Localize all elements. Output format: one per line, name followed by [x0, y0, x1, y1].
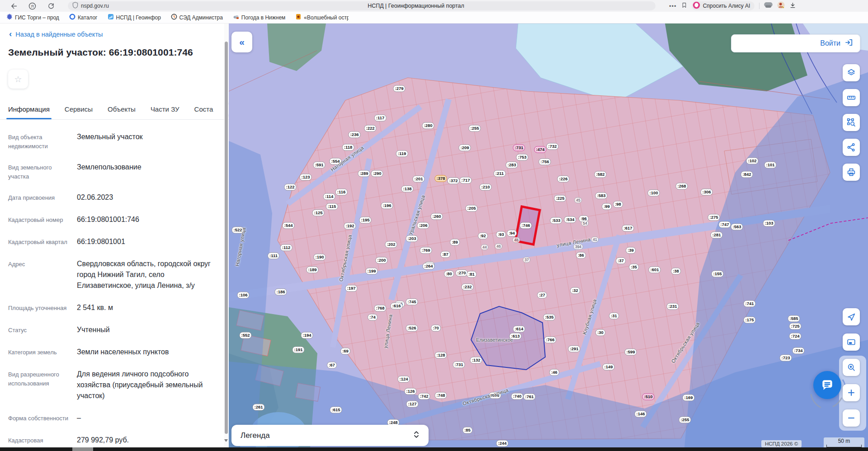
bookmark-item[interactable]: Каталог [69, 14, 98, 21]
parcel-label[interactable]: :614 [513, 326, 525, 333]
parcel-label[interactable]: :125 [312, 210, 324, 216]
parcel-label[interactable]: :123 [299, 174, 311, 181]
parcel-label[interactable]: 41 [591, 237, 599, 243]
parcel-label[interactable]: :613 [509, 333, 521, 340]
map-control-share[interactable] [843, 139, 860, 156]
parcel-label[interactable]: :725 [789, 323, 801, 330]
parcel-label[interactable]: :601 [648, 267, 660, 273]
parcel-label[interactable]: :122 [284, 184, 296, 191]
bookmark-item[interactable]: СЭД Администра [171, 14, 223, 21]
parcel-label[interactable]: :119 [396, 150, 408, 157]
parcel-label[interactable]: :740 [511, 393, 523, 400]
parcel-label[interactable]: :201 [412, 176, 425, 183]
parcel-label[interactable]: :127 [406, 401, 418, 408]
map-control-zoom-in[interactable] [843, 384, 860, 401]
map-control-zoom-out[interactable] [843, 409, 860, 427]
parcel-label[interactable]: :99 [602, 203, 612, 210]
bookmark-flag-icon[interactable] [681, 2, 687, 10]
parcel-label[interactable]: :94 [507, 230, 517, 237]
parcel-label[interactable]: :116 [335, 189, 348, 196]
panel-scroll-down-icon[interactable] [224, 439, 228, 442]
favorite-button[interactable]: ☆ [8, 70, 28, 89]
parcel-label[interactable]: :111 [268, 253, 279, 259]
parcel-label[interactable]: :544 [282, 222, 294, 229]
parcel-label[interactable]: :731 [453, 362, 465, 368]
parcel-label[interactable]: :189 [306, 267, 318, 273]
parcel-label[interactable]: :31 [609, 313, 619, 319]
parcel-label[interactable]: :222 [364, 125, 376, 132]
parcel-label[interactable]: :106 [237, 292, 249, 299]
parcel-label[interactable]: :280 [422, 122, 434, 129]
parcel-label[interactable]: :260 [430, 213, 443, 220]
bookmark-item[interactable]: «Волшебный остр [295, 14, 349, 21]
parcel-label[interactable]: :225 [554, 195, 566, 202]
parcel-label[interactable]: :186 [274, 289, 287, 296]
parcel-label[interactable]: :231 [666, 303, 679, 310]
parcel-label[interactable]: :197 [345, 285, 357, 292]
parcel-label[interactable]: :203 [406, 235, 418, 242]
parcel-label[interactable]: :101 [764, 162, 776, 169]
parcel-label[interactable]: :583 [595, 193, 607, 199]
url-text[interactable]: nspd.gov.ru [81, 3, 109, 9]
parcel-label[interactable]: :194 [301, 332, 313, 339]
download-icon[interactable] [789, 2, 796, 10]
parcel-label[interactable]: :115 [326, 203, 338, 210]
parcel-label[interactable]: :255 [468, 125, 481, 132]
parcel-label[interactable]: :74 [368, 314, 377, 321]
parcel-label[interactable]: :585 [788, 315, 800, 322]
map-control-area-search[interactable] [843, 114, 860, 131]
parcel-label[interactable]: :268 [675, 183, 688, 190]
parcel-label[interactable]: :279 [393, 85, 405, 92]
parcel-label[interactable]: :92 [478, 233, 488, 240]
parcel-label[interactable]: :769 [420, 247, 432, 254]
bookmark-item[interactable]: ГИС Торги – прод [6, 14, 59, 21]
parcel-label[interactable]: :128 [434, 352, 447, 359]
collapse-panel-button[interactable]: « [231, 32, 252, 52]
legend-toggle[interactable]: Легенда [231, 425, 429, 446]
parcel-label[interactable]: :723 [779, 355, 792, 362]
parcel-label[interactable]: :191 [292, 347, 304, 353]
tab-1[interactable]: Информация [8, 99, 50, 119]
parcel-label[interactable]: :146 [634, 411, 646, 418]
map-canvas[interactable] [229, 23, 868, 447]
parcel-label[interactable]: 394 [573, 244, 583, 250]
parcel-label[interactable]: :30 [595, 329, 605, 336]
parcel-label[interactable]: :270 [455, 270, 467, 277]
parcel-label[interactable]: :100 [647, 190, 660, 197]
parcel-label[interactable]: :169 [682, 395, 694, 401]
parcel-label[interactable]: :69 [340, 348, 350, 355]
parcel-label[interactable]: :616 [390, 303, 402, 310]
widget-icon[interactable] [764, 2, 773, 10]
map-control-locate[interactable] [843, 308, 860, 325]
parcel-label[interactable]: :205 [465, 205, 477, 212]
parcel-label[interactable]: :27 [537, 292, 547, 299]
parcel-label[interactable]: :753 [516, 154, 528, 161]
parcel-label[interactable]: :617 [622, 225, 634, 232]
parcel-label[interactable]: :747 [718, 221, 731, 228]
parcel-label[interactable]: :102 [746, 158, 758, 164]
parcel-label[interactable]: :275 [708, 214, 720, 221]
parcel-label[interactable]: :378 [434, 175, 447, 182]
parcel-label[interactable]: :842 [741, 171, 753, 178]
parcel-label[interactable]: :175 [743, 317, 755, 324]
parcel-label[interactable]: :745 [406, 299, 418, 305]
parcel-label[interactable]: :742 [418, 393, 430, 400]
parcel-label[interactable]: :211 [494, 170, 506, 177]
parcel-label[interactable]: :32 [570, 287, 580, 294]
parcel-label[interactable]: :35 [629, 264, 639, 271]
parcel-label[interactable]: :741 [743, 301, 755, 307]
parcel-label[interactable]: :596 [489, 392, 501, 399]
page-horizontal-scrollbar[interactable] [0, 447, 868, 451]
parcel-label[interactable]: :126 [404, 388, 416, 395]
parcel-label[interactable]: :372 [447, 178, 459, 184]
parcel-label[interactable]: :155 [711, 271, 723, 277]
map-control-marker-search[interactable] [843, 359, 860, 376]
parcel-label[interactable]: :264 [422, 263, 434, 270]
page-horizontal-scrollbar-thumb[interactable] [72, 447, 93, 451]
parcel-label[interactable]: :582 [594, 171, 606, 178]
map-control-ruler[interactable] [843, 89, 860, 106]
parcel-label[interactable]: :86 [576, 252, 586, 259]
parcel-label[interactable]: :724 [789, 333, 801, 340]
back-link[interactable]: ‹ Назад в найденные объекты [9, 31, 229, 38]
parcel-label[interactable]: :283 [505, 162, 518, 169]
